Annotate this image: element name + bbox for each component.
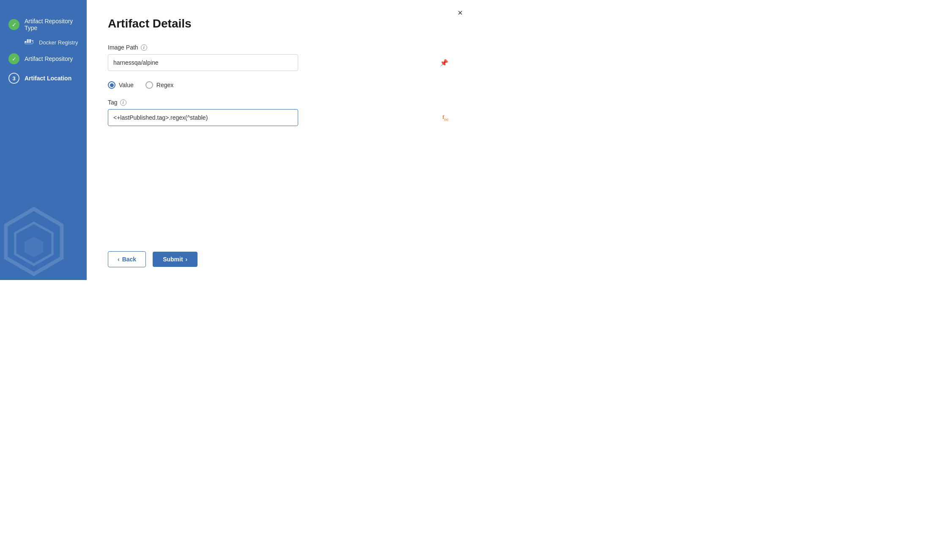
svg-rect-2 [29,41,31,43]
back-chevron-icon: ‹ [118,256,120,263]
page-title: Artifact Details [108,17,453,30]
tag-input[interactable] [108,109,298,126]
step-check-2-icon: ✓ [8,53,19,64]
docker-icon [25,39,34,46]
back-label: Back [122,256,136,263]
svg-marker-8 [25,237,43,257]
pin-button[interactable]: 📌 [438,57,450,69]
image-path-info-icon[interactable]: i [141,44,147,51]
image-path-input[interactable] [108,54,298,71]
radio-regex-label: Regex [156,82,173,88]
fx-button[interactable]: f(x) [441,112,450,123]
submit-label: Submit [163,256,183,263]
tag-group: Tag i f(x) [108,99,453,126]
radio-group: Value Regex [108,81,453,89]
fx-icon: f(x) [442,114,448,121]
tag-label: Tag i [108,99,453,106]
sidebar-item-artifact-location[interactable]: 3 Artifact Location [0,69,87,88]
step-check-icon: ✓ [8,19,19,30]
image-path-input-wrapper: 📌 [108,54,453,71]
svg-rect-3 [27,39,29,41]
svg-point-5 [32,40,33,41]
sidebar-watermark [0,200,80,280]
sidebar-item-label: Artifact Repository Type [25,18,78,31]
image-path-label: Image Path i [108,44,453,51]
tag-info-icon[interactable]: i [120,99,126,106]
radio-value-label: Value [119,82,134,88]
tag-input-wrapper: f(x) [108,109,453,126]
step-number-icon: 3 [8,73,19,84]
sidebar-item-docker-registry[interactable]: Docker Registry [0,36,87,49]
sidebar-item-artifact-repository[interactable]: ✓ Artifact Repository [0,49,87,69]
sidebar-item-label-2: Artifact Repository [25,55,73,62]
submit-chevron-icon: › [186,256,188,263]
image-path-group: Image Path i 📌 [108,44,453,71]
radio-regex-circle [145,81,153,89]
submit-button[interactable]: Submit › [153,252,197,267]
radio-value-option[interactable]: Value [108,81,134,89]
sidebar-item-artifact-repository-type[interactable]: ✓ Artifact Repository Type [0,14,87,36]
back-button[interactable]: ‹ Back [108,251,146,267]
svg-rect-1 [27,41,29,43]
pin-icon: 📌 [440,59,448,67]
radio-value-circle [108,81,115,89]
sidebar-item-label-3: Artifact Location [25,75,71,82]
svg-rect-4 [29,39,31,41]
sidebar: ✓ Artifact Repository Type Docker Regist… [0,0,87,280]
close-button[interactable]: × [454,7,466,19]
docker-registry-label: Docker Registry [39,39,78,46]
content-area: Artifact Details Image Path i 📌 Value [87,0,474,243]
footer: ‹ Back Submit › [87,243,474,280]
radio-regex-option[interactable]: Regex [145,81,173,89]
main-content: × Artifact Details Image Path i 📌 Value [87,0,474,280]
